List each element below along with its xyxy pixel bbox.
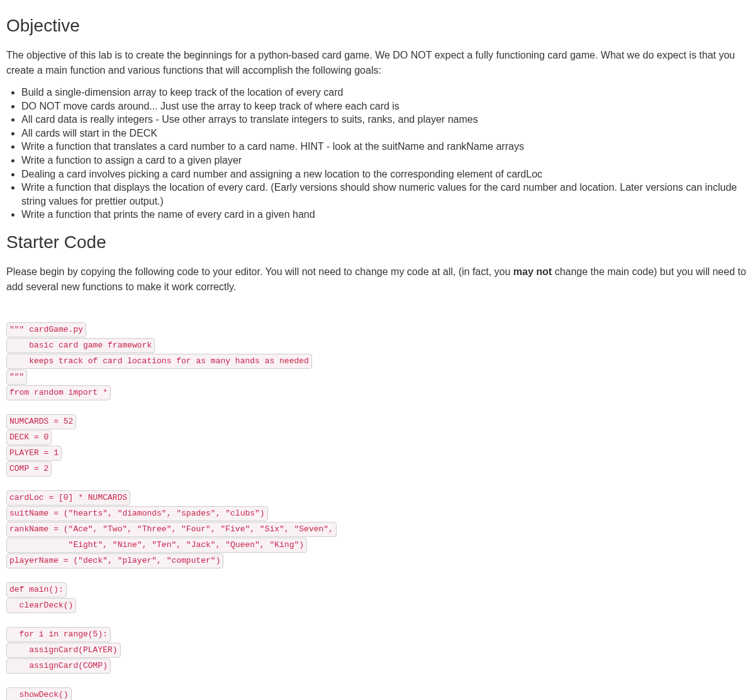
- code-chip: showDeck(): [6, 687, 72, 700]
- code-line: for i in range(5):: [6, 627, 749, 642]
- list-item: Write a function that translates a card …: [21, 140, 749, 154]
- intro-paragraph: The objective of this lab is to create t…: [6, 48, 749, 78]
- code-chip: for i in range(5):: [6, 627, 111, 642]
- code-line: [6, 569, 749, 582]
- starter-bold: may not: [513, 266, 552, 277]
- list-item: Write a function that displays the locat…: [21, 181, 749, 208]
- list-item: Write a function that prints the name of…: [21, 208, 749, 222]
- code-line: assignCard(PLAYER): [6, 643, 749, 658]
- code-line: from random import *: [6, 385, 749, 400]
- code-line: [6, 401, 749, 414]
- heading-objective: Objective: [6, 13, 749, 39]
- list-item: Dealing a card involves picking a card n…: [21, 167, 749, 181]
- starter-prefix: Please begin by copying the following co…: [6, 266, 513, 277]
- code-line: cardLoc = [0] * NUMCARDS: [6, 490, 749, 505]
- code-block: """ cardGame.py basic card game framewor…: [6, 322, 749, 700]
- code-line: COMP = 2: [6, 461, 749, 477]
- code-line: rankName = ("Ace", "Two", "Three", "Four…: [6, 522, 749, 537]
- heading-starter-code: Starter Code: [6, 229, 749, 256]
- code-line: clearDeck(): [6, 598, 749, 613]
- list-item: All card data is really integers - Use o…: [21, 113, 749, 127]
- code-chip: PLAYER = 1: [6, 446, 62, 461]
- code-chip: DECK = 0: [6, 430, 52, 445]
- code-line: suitName = ("hearts", "diamonds", "spade…: [6, 506, 749, 521]
- code-line: keeps track of card locations for as man…: [6, 354, 749, 369]
- code-line: [6, 614, 749, 626]
- code-line: showDeck(): [6, 687, 749, 700]
- list-item: Build a single-dimension array to keep t…: [21, 86, 749, 99]
- code-line: [6, 674, 749, 687]
- code-chip: """ cardGame.py: [6, 322, 86, 337]
- code-chip: basic card game framework: [6, 338, 155, 353]
- code-chip: def main():: [6, 582, 67, 597]
- code-chip: "Eight", "Nine", "Ten", "Jack", "Queen",…: [6, 538, 307, 553]
- list-item: DO NOT move cards around... Just use the…: [21, 99, 749, 113]
- code-chip: from random import *: [6, 385, 111, 400]
- code-chip: clearDeck(): [6, 598, 76, 613]
- code-line: NUMCARDS = 52: [6, 414, 749, 429]
- code-line: basic card game framework: [6, 338, 749, 353]
- code-line: """ cardGame.py: [6, 322, 749, 337]
- code-chip: assignCard(COMP): [6, 658, 111, 674]
- code-line: "Eight", "Nine", "Ten", "Jack", "Queen",…: [6, 538, 749, 553]
- code-chip: cardLoc = [0] * NUMCARDS: [6, 490, 130, 505]
- code-line: def main():: [6, 582, 749, 597]
- code-line: playerName = ("deck", "player", "compute…: [6, 553, 749, 568]
- code-line: PLAYER = 1: [6, 446, 749, 461]
- starter-paragraph: Please begin by copying the following co…: [6, 264, 749, 295]
- code-line: [6, 477, 749, 490]
- code-chip: NUMCARDS = 52: [6, 414, 76, 429]
- list-item: All cards will start in the DECK: [21, 127, 749, 140]
- code-chip: assignCard(PLAYER): [6, 643, 121, 658]
- code-line: assignCard(COMP): [6, 658, 749, 674]
- code-chip: keeps track of card locations for as man…: [6, 354, 312, 369]
- code-chip: suitName = ("hearts", "diamonds", "spade…: [6, 506, 268, 521]
- code-line: """: [6, 370, 749, 385]
- code-chip: rankName = ("Ace", "Two", "Three", "Four…: [6, 522, 337, 537]
- code-chip: COMP = 2: [6, 461, 52, 477]
- code-line: DECK = 0: [6, 430, 749, 445]
- list-item: Write a function to assign a card to a g…: [21, 154, 749, 167]
- code-chip: """: [6, 370, 27, 385]
- goals-list: Build a single-dimension array to keep t…: [6, 86, 749, 222]
- code-chip: playerName = ("deck", "player", "compute…: [6, 553, 223, 568]
